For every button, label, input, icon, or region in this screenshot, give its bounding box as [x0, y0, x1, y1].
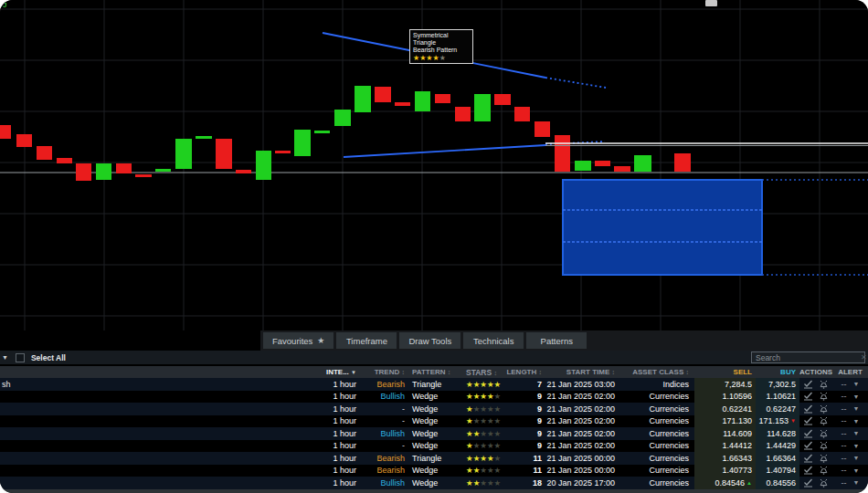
collapse-caret-icon[interactable]: ▼	[2, 354, 8, 361]
header-pattern[interactable]: PATTERN ↕	[407, 368, 461, 376]
table-row[interactable]: 1 hour Bullish Wedge ★★★★★ 9 21 Jan 2025…	[0, 391, 868, 404]
header-start-time[interactable]: START TIME ↕	[544, 368, 621, 376]
table-row[interactable]: 1 hour Bullish Wedge ★★★★★ 9 21 Jan 2025…	[0, 427, 868, 440]
select-all-checkbox[interactable]	[16, 353, 25, 362]
search-input[interactable]	[752, 353, 861, 362]
sell-price-button[interactable]: 7,284.5	[694, 378, 756, 391]
alert-dropdown-icon[interactable]: ▼	[853, 393, 860, 400]
sell-price-button[interactable]: 1.40773	[694, 465, 756, 477]
buy-price-button[interactable]: 1.44429	[756, 440, 799, 453]
bell-icon[interactable]	[819, 478, 829, 488]
bell-icon[interactable]	[819, 466, 829, 475]
buy-price-button[interactable]: 7,302.5	[756, 378, 799, 391]
confirm-trade-icon[interactable]	[803, 441, 813, 450]
buy-price-button[interactable]: 0.62247	[756, 403, 799, 415]
table-row[interactable]: 1 hour - Wedge ★★★★★ 9 21 Jan 2025 02:00…	[0, 403, 868, 415]
confirm-trade-icon[interactable]	[803, 478, 813, 488]
alert-dropdown-icon[interactable]: ▼	[853, 443, 860, 449]
bell-icon[interactable]	[819, 441, 829, 450]
buy-price-button[interactable]: 1.40794	[756, 465, 799, 477]
tab-favourites[interactable]: Favourites ★	[263, 332, 333, 349]
sell-price-button[interactable]: 0.84546▲	[694, 477, 756, 489]
header-interval[interactable]: INTE... ▼	[313, 368, 356, 376]
confirm-trade-icon[interactable]	[803, 429, 813, 438]
star-filled-icon: ★	[466, 416, 473, 425]
alert-dropdown-icon[interactable]: ▼	[853, 455, 860, 461]
alert-dropdown-icon[interactable]: ▼	[853, 430, 860, 436]
table-row[interactable]: 1 hour Bullish Wedge ★★★★★ 18 20 Jan 202…	[0, 477, 868, 489]
star-empty-icon: ★	[480, 429, 487, 438]
confirm-trade-icon[interactable]	[803, 404, 813, 414]
header-sell[interactable]: SELL	[694, 366, 756, 378]
header-trend[interactable]: TREND ↕	[356, 368, 407, 376]
buy-price-button[interactable]: 171.153▼	[756, 415, 799, 428]
confirm-trade-icon[interactable]	[803, 454, 813, 463]
buy-price-button[interactable]: 1.66364	[756, 452, 799, 465]
star-empty-icon: ★	[487, 416, 494, 425]
row-actions	[799, 392, 832, 401]
tab-favourites-label: Favourites	[272, 336, 312, 346]
star-filled-icon: ★	[466, 441, 473, 450]
alert-dropdown-icon[interactable]: ▼	[853, 479, 860, 486]
row-start-time: 21 Jan 2025 02:00	[544, 416, 621, 425]
star-empty-icon: ★	[494, 454, 502, 463]
alert-placeholder: --	[842, 441, 847, 450]
star-filled-icon: ★	[487, 454, 494, 463]
header-stars[interactable]: STARS ↕	[461, 368, 504, 377]
row-length: 9	[504, 429, 544, 438]
sell-price-button[interactable]: 1.44412	[694, 440, 756, 453]
bell-icon[interactable]	[819, 416, 829, 425]
tab-timeframe-label: Timeframe	[346, 336, 387, 346]
sort-icon: ↕	[612, 369, 616, 375]
table-row[interactable]: sh 1 hour Bearish Triangle ★★★★★ 7 21 Ja…	[0, 378, 868, 391]
bell-icon[interactable]	[819, 380, 829, 389]
confirm-trade-icon[interactable]	[803, 380, 813, 389]
row-pattern: Wedge	[407, 404, 461, 414]
star-icon[interactable]: ★	[317, 336, 324, 345]
chart-top-handle[interactable]	[705, 0, 717, 6]
table-body: sh 1 hour Bearish Triangle ★★★★★ 7 21 Ja…	[0, 378, 868, 489]
tab-technicals[interactable]: Technicals	[463, 332, 524, 349]
header-length[interactable]: LENGTH ↕	[504, 368, 544, 376]
star-empty-icon: ★	[480, 466, 487, 475]
buy-price-button[interactable]: 114.628	[756, 427, 799, 440]
alert-dropdown-icon[interactable]: ▼	[853, 467, 860, 474]
bell-icon[interactable]	[819, 404, 829, 414]
bell-icon[interactable]	[819, 429, 829, 438]
row-trend: Bearish	[356, 466, 407, 475]
header-buy[interactable]: BUY	[756, 366, 799, 378]
tab-draw-tools[interactable]: Draw Tools	[399, 332, 460, 349]
candlestick-chart[interactable]: J Symmetrical Triangle Bearish Pattern ★…	[0, 0, 868, 330]
table-row[interactable]: 1 hour - Wedge ★★★★★ 9 21 Jan 2025 02:00…	[0, 440, 868, 453]
row-interval: 1 hour	[313, 466, 356, 475]
table-row[interactable]: 1 hour Bearish Triangle ★★★★★ 11 21 Jan …	[0, 452, 868, 465]
row-stars: ★★★★★	[461, 404, 504, 414]
buy-price-button[interactable]: 0.84556	[756, 477, 799, 489]
confirm-trade-icon[interactable]	[803, 466, 813, 475]
sell-price-button[interactable]: 0.62241	[694, 403, 756, 415]
table-row[interactable]: 1 hour - Wedge ★★★★★ 9 21 Jan 2025 02:00…	[0, 415, 868, 428]
sell-price-button[interactable]: 114.609	[694, 427, 756, 440]
tab-timeframe[interactable]: Timeframe	[336, 332, 397, 349]
alert-dropdown-icon[interactable]: ▼	[853, 405, 860, 412]
tab-patterns[interactable]: Patterns	[526, 332, 587, 349]
bell-icon[interactable]	[819, 454, 829, 463]
sell-price-button[interactable]: 1.66343	[694, 452, 756, 465]
confirm-trade-icon[interactable]	[803, 416, 813, 425]
header-asset-class[interactable]: ASSET CLASS ↕	[621, 368, 694, 376]
sell-price-button[interactable]: 171.130	[694, 415, 756, 428]
search-clear-icon[interactable]: ✕	[861, 353, 868, 362]
select-all-label: Select All	[31, 353, 66, 362]
row-start-time: 21 Jan 2025 00:00	[544, 454, 621, 463]
star-empty-icon: ★	[487, 429, 494, 438]
row-interval: 1 hour	[313, 404, 356, 414]
bell-icon[interactable]	[819, 392, 829, 401]
confirm-trade-icon[interactable]	[803, 392, 813, 401]
row-asset-class: Currencies	[621, 466, 694, 475]
row-stars: ★★★★★	[461, 416, 504, 425]
alert-dropdown-icon[interactable]: ▼	[853, 418, 860, 425]
buy-price-button[interactable]: 1.10621	[756, 391, 799, 404]
sell-price-button[interactable]: 1.10596	[694, 391, 756, 404]
alert-dropdown-icon[interactable]: ▼	[853, 381, 860, 387]
table-row[interactable]: 1 hour Bearish Wedge ★★★★★ 11 21 Jan 202…	[0, 465, 868, 477]
